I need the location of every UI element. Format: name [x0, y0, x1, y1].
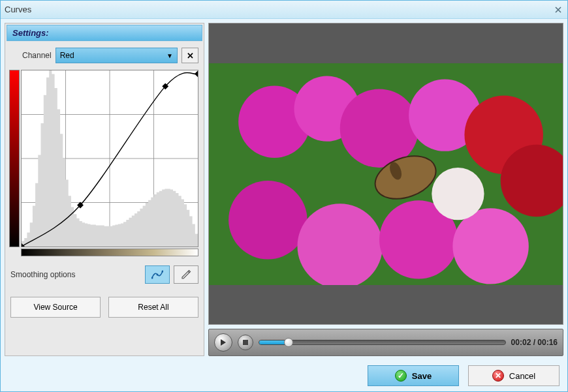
action-buttons: View Source Reset All: [7, 293, 202, 322]
cancel-icon: ✕: [492, 370, 504, 382]
curves-area: [7, 70, 202, 247]
seek-bar[interactable]: [259, 340, 506, 345]
svg-point-21: [298, 204, 383, 285]
smooth-curve-button[interactable]: [145, 265, 170, 284]
chevron-down-icon: ▼: [166, 52, 173, 59]
curves-editor[interactable]: [21, 70, 198, 247]
channel-label: Channel: [22, 51, 52, 60]
settings-header: Settings:: [7, 25, 202, 41]
play-icon: [220, 339, 227, 346]
freehand-button[interactable]: [174, 265, 198, 284]
horizontal-gradient: [21, 249, 198, 256]
svg-point-16: [340, 89, 418, 167]
save-button[interactable]: ✓ Save: [368, 365, 459, 386]
svg-point-20: [229, 181, 307, 259]
preview-image: [209, 63, 563, 285]
x-icon: ✕: [187, 51, 194, 61]
channel-value: Red: [60, 51, 74, 60]
cancel-button[interactable]: ✕ Cancel: [468, 365, 560, 386]
svg-rect-9: [195, 70, 198, 77]
clear-channel-button[interactable]: ✕: [181, 48, 198, 63]
stop-button[interactable]: [238, 335, 253, 350]
play-button[interactable]: [214, 333, 232, 352]
svg-point-23: [452, 208, 528, 284]
settings-panel: Settings: Channel Red ▼ ✕ Smoothing: [5, 23, 204, 356]
seek-thumb[interactable]: [284, 338, 293, 347]
save-label: Save: [412, 371, 432, 381]
view-source-button[interactable]: View Source: [10, 297, 101, 318]
svg-point-11: [157, 274, 159, 276]
svg-rect-28: [243, 340, 248, 345]
window-title: Curves: [5, 5, 553, 14]
content-area: Settings: Channel Red ▼ ✕ Smoothing: [1, 19, 567, 360]
preview-panel: 00:02 / 00:16: [208, 23, 563, 356]
stop-icon: [243, 340, 248, 345]
vertical-gradient: [9, 70, 20, 247]
pencil-icon: [181, 269, 191, 280]
svg-point-24: [432, 167, 484, 219]
smoothing-label: Smoothing options: [10, 270, 141, 279]
check-icon: ✓: [395, 370, 407, 382]
footer: ✓ Save ✕ Cancel: [1, 360, 567, 391]
reset-all-button[interactable]: Reset All: [108, 297, 198, 318]
close-icon[interactable]: [553, 5, 563, 15]
preview-box: [208, 23, 563, 325]
cancel-label: Cancel: [509, 371, 535, 381]
smooth-curve-icon: [151, 270, 163, 279]
time-display: 00:02 / 00:16: [511, 338, 558, 347]
player-bar: 00:02 / 00:16: [208, 329, 563, 356]
curves-dialog: Curves Settings: Channel Red ▼ ✕: [0, 0, 568, 392]
channel-row: Channel Red ▼ ✕: [7, 41, 202, 70]
channel-select[interactable]: Red ▼: [55, 48, 178, 63]
smoothing-row: Smoothing options: [7, 256, 202, 293]
titlebar: Curves: [1, 1, 567, 19]
